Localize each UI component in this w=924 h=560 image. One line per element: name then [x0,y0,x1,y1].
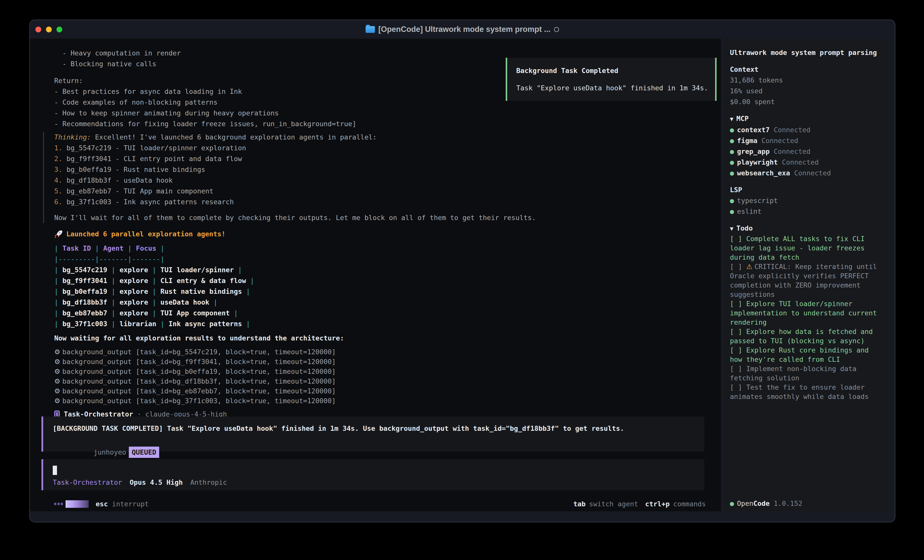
prompt-input-panel[interactable]: Task-Orchestrator Opus 4.5 High Anthropi… [41,459,704,490]
input-agent-name[interactable]: Task-Orchestrator [53,478,122,486]
status-dot-icon: ● [730,208,734,215]
switch-agent-label: switch agent [589,500,638,508]
table-row: |bg_df18bb3f|explore|useData hook| [54,297,706,308]
terminal-line: - Heavy computation in render [54,48,706,58]
brand-code: Code [753,500,770,507]
titlebar: [OpenCode] Ultrawork mode system prompt … [30,20,895,39]
working-spinner [54,500,88,508]
todo-item: [ ] Explore Rust core bindings and how t… [730,346,884,364]
gear-icon: ⚙ [54,387,60,395]
status-dot-icon: ● [730,137,734,145]
todo-section-header[interactable]: ▼Todo [730,223,884,234]
mcp-item: ●playwright Connected [730,157,884,168]
app-version-footer: ●OpenCode 1.0.152 [730,500,802,507]
table-separator-row: |---------|-------|-------| [54,254,706,265]
app-version: 1.0.152 [774,500,802,507]
thinking-list-item: 2. bg_f9ff3041 - CLI entry point and dat… [54,153,706,164]
gear-icon: ⚙ [54,368,60,375]
context-used: 16% used [730,85,884,96]
app-window: [OpenCode] Ultrawork mode system prompt … [29,19,896,523]
todo-item: [ ] ⚠ CRITICAL: Keep iterating until Ora… [730,262,884,299]
status-dot-icon: ● [730,148,734,155]
context-spent: $0.00 spent [730,96,884,107]
task-user: junhoyeo [94,448,126,456]
status-dot-icon: ● [730,126,734,134]
table-row: |bg_5547c219|explore|TUI loader/spinner| [54,265,706,275]
tool-call-line: ⚙background_output [task_id=bg_37f1c003,… [54,396,706,406]
thinking-intro: Thinking: Excellent! I've launched 6 bac… [54,132,706,142]
tool-call-line: ⚙background_output [task_id=bg_f9ff3041,… [54,357,706,367]
thinking-block: Thinking: Excellent! I've launched 6 bac… [43,132,706,223]
input-model-name[interactable]: Opus 4.5 High [129,478,183,486]
status-dot-icon: ● [730,500,734,507]
queued-badge: QUEUED [129,446,159,458]
terminal-line: - Recommendations for fixing loader free… [54,118,706,129]
minimize-button[interactable] [46,27,52,32]
proxy-icon [554,27,559,32]
waiting-line: Now waiting for all exploration results … [54,333,706,343]
status-dot-icon: ● [730,197,734,205]
tab-key-hint: tab [573,500,586,508]
terminal-main[interactable]: - Heavy computation in render - Blocking… [30,39,721,511]
status-bar: esc interrupt tab switch agent ctrl+p co… [54,500,706,508]
mcp-item: ●context7 Connected [730,124,884,135]
context-heading: Context [730,64,884,75]
collapse-icon: ▼ [730,116,734,122]
table-row: |bg_eb87ebb7|explore|TUI App component| [54,308,706,318]
gear-icon: ⚙ [54,348,60,356]
thinking-list-item: 4. bg_df18bb3f - useData hook [54,175,706,186]
table-row: |bg_f9ff3041|explore|CLI entry & data fl… [54,275,706,286]
brand-open: Open [737,500,753,507]
mcp-item: ●grep_app Connected [730,146,884,157]
sidebar-title: Ultrawork mode system prompt parsing [730,47,884,58]
gear-icon: ⚙ [54,377,60,385]
table-row: |bg_b0effa19|explore|Rust native binding… [54,286,706,297]
folder-icon [366,26,375,33]
mcp-section-header[interactable]: ▼MCP [730,113,884,124]
todo-item: [ ] Explore TUI loader/spinner implement… [730,299,884,327]
notification-toast[interactable]: Background Task Completed Task "Explore … [506,58,717,101]
interrupt-label: interrupt [112,500,148,508]
zoom-button[interactable] [57,27,62,32]
input-provider-name: Anthropic [190,478,227,486]
table-row: |bg_37f1c003|librarian|Ink async pattern… [54,318,706,329]
tool-call-line: ⚙background_output [task_id=bg_b0effa19,… [54,367,706,376]
lsp-heading: LSP [730,184,884,195]
ctrlp-key-hint: ctrl+p [645,500,670,508]
warning-icon: ⚠ [746,263,754,271]
tool-call-line: ⚙background_output [task_id=bg_eb87ebb7,… [54,386,706,396]
terminal-line: - How to keep spinner animating during h… [54,108,706,118]
thinking-wait-text: Now I'll wait for all of them to complet… [54,212,706,223]
table-header-row: |Task ID|Agent|Focus| [54,243,706,254]
todo-item: [ ] Implement non-blocking data fetching… [730,364,884,383]
notification-body: Task "Explore useData hook" finished in … [516,82,715,93]
todo-item: [ ] Explore how data is fetched and pass… [730,327,884,346]
esc-key-hint: esc [96,500,108,508]
todo-item: [ ] Test the fix to ensure loader animat… [730,383,884,401]
rocket-icon [54,230,63,238]
thinking-list-item: 1. bg_5547c219 - TUI loader/spinner expl… [54,142,706,153]
notification-title: Background Task Completed [516,65,715,76]
gear-icon: ⚙ [54,397,60,405]
commands-label: commands [673,500,706,508]
mcp-item: ●websearch_exa Connected [730,168,884,178]
window-title: [OpenCode] Ultrawork mode system prompt … [378,25,550,34]
close-button[interactable] [35,27,41,32]
thinking-list-item: 3. bg_b0effa19 - Rust native bindings [54,164,706,175]
todo-item: [ ] Complete ALL tasks to fix CLI loader… [730,234,884,262]
status-dot-icon: ● [730,169,734,177]
tool-call-line: ⚙background_output [task_id=bg_5547c219,… [54,347,706,357]
context-tokens: 31,686 tokens [730,75,884,85]
launch-announcement: Launched 6 parallel exploration agents! [54,229,706,240]
thinking-list-item: 5. bg_eb87ebb7 - TUI App main component [54,186,706,196]
mcp-item: ●figma Connected [730,135,884,146]
tool-call-line: ⚙background_output [task_id=bg_df18bb3f,… [54,376,706,386]
collapse-icon: ▼ [730,225,734,232]
thinking-label: Thinking: [54,133,91,141]
lsp-item: ●eslint [730,206,884,217]
thinking-list-item: 6. bg_37f1c003 - Ink async patterns rese… [54,196,706,207]
status-dot-icon: ● [730,158,734,166]
text-cursor [53,466,57,475]
lsp-item: ●typescript [730,195,884,206]
gear-icon: ⚙ [54,358,60,365]
